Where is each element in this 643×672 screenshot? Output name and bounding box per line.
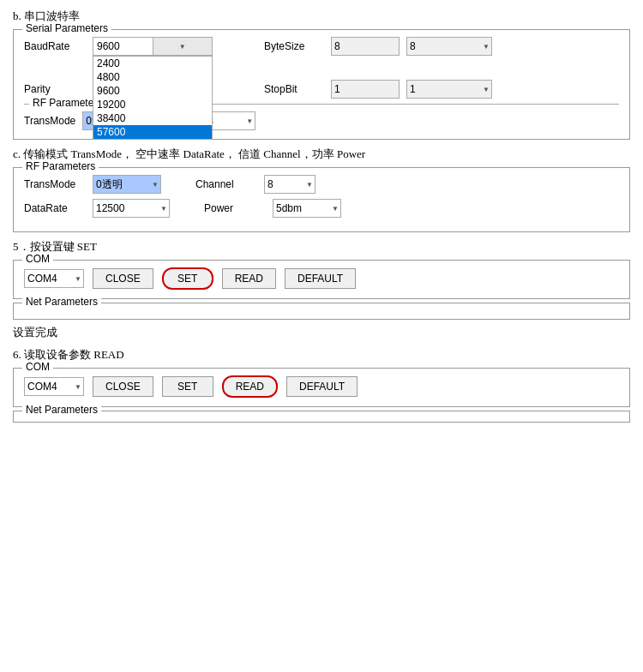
- transmode-label: TransMode: [24, 178, 93, 190]
- datarate-select[interactable]: 12500: [93, 199, 170, 218]
- channel-select[interactable]: 8: [264, 175, 315, 194]
- channel-dropdown[interactable]: 8: [264, 175, 315, 194]
- com-group-5: COM COM4 CLOSE SET READ DEFAULT: [13, 260, 630, 299]
- baud-options-list: 2400 4800 9600 19200 38400 57600: [93, 56, 213, 140]
- com-group-5-title: COM: [22, 253, 53, 265]
- baud-option-9600[interactable]: 9600: [93, 84, 212, 98]
- stop-bit-dropdown[interactable]: 1: [406, 80, 492, 99]
- transmode-dropdown[interactable]: 0透明: [93, 175, 161, 194]
- baud-option-57600[interactable]: 57600: [93, 125, 212, 139]
- datarate-row: DataRate 12500 Power 5dbm: [24, 199, 619, 218]
- com-select-6[interactable]: COM4: [24, 377, 84, 396]
- set-button-6[interactable]: SET: [162, 376, 213, 397]
- transmode-row: TransMode 0透明 Channel 8: [24, 175, 619, 194]
- close-button-5[interactable]: CLOSE: [93, 268, 153, 289]
- datarate-dropdown[interactable]: 12500: [93, 199, 170, 218]
- serial-params-title: Serial Parameters: [22, 22, 111, 34]
- byte-size-dropdown[interactable]: 8: [406, 37, 492, 56]
- com-dropdown-6[interactable]: COM4: [24, 377, 84, 396]
- byte-size-field: ByteSize 8: [264, 37, 492, 56]
- stop-bit-label: StopBit: [264, 83, 324, 95]
- stop-bit-field: StopBit 1: [264, 80, 492, 99]
- set-button-5[interactable]: SET: [162, 267, 213, 290]
- baud-option-2400[interactable]: 2400: [93, 57, 212, 70]
- power-select[interactable]: 5dbm: [273, 199, 341, 218]
- close-button-6[interactable]: CLOSE: [93, 376, 153, 397]
- transmode-select[interactable]: 0透明: [93, 175, 161, 194]
- com-group-6-title: COM: [22, 361, 53, 373]
- section-c-label: c. 传输模式 TransMode， 空中速率 DataRate， 信道 Cha…: [13, 147, 630, 162]
- byte-size-value: [331, 37, 400, 56]
- stop-bit-select[interactable]: 1: [406, 80, 492, 99]
- com-dropdown-5[interactable]: COM4: [24, 269, 84, 288]
- stop-bit-value: [331, 80, 400, 99]
- transmode-partial-label: TransMode: [24, 115, 75, 127]
- rf-params-title: RF Parameters: [22, 160, 99, 172]
- baud-rate-label: BaudRate: [24, 40, 93, 52]
- baud-dropdown-container: 9600 ▼ 2400 4800 9600 19200 38400 57600: [93, 37, 213, 56]
- read-button-6[interactable]: READ: [222, 375, 278, 398]
- section-5-label: 5．按设置键 SET: [13, 239, 630, 255]
- net-params-5-title: Net Parameters: [22, 296, 101, 308]
- net-params-box-5: Net Parameters: [13, 303, 630, 320]
- read-button-5[interactable]: READ: [222, 268, 276, 289]
- com-row-5: COM4 CLOSE SET READ DEFAULT: [24, 267, 619, 290]
- serial-parameters-box: Serial Parameters BaudRate 9600 ▼ 2400 4…: [13, 29, 630, 140]
- default-button-5[interactable]: DEFAULT: [285, 268, 356, 289]
- com-select-5[interactable]: COM4: [24, 269, 84, 288]
- datarate-label: DataRate: [24, 202, 93, 214]
- baud-dropdown-arrow[interactable]: ▼: [153, 38, 213, 55]
- baud-current-value: 9600: [93, 40, 153, 52]
- byte-size-label: ByteSize: [264, 40, 324, 52]
- section-6-label: 6. 读取设备参数 READ: [13, 347, 630, 363]
- baud-option-38400[interactable]: 38400: [93, 111, 212, 125]
- baud-option-19200[interactable]: 19200: [93, 98, 212, 111]
- baud-input-display[interactable]: 9600 ▼: [93, 37, 213, 56]
- net-params-box-6: Net Parameters: [13, 411, 630, 423]
- baud-option-4800[interactable]: 4800: [93, 70, 212, 84]
- baud-row: BaudRate 9600 ▼ 2400 4800 9600 19200 384…: [24, 37, 619, 56]
- channel-label: Channel: [195, 178, 264, 190]
- com-row-6: COM4 CLOSE SET READ DEFAULT: [24, 375, 619, 398]
- power-label: Power: [204, 202, 273, 214]
- com-group-6: COM COM4 CLOSE SET READ DEFAULT: [13, 368, 630, 407]
- default-button-6[interactable]: DEFAULT: [286, 376, 358, 397]
- byte-size-select[interactable]: 8: [406, 37, 492, 56]
- parity-label: Parity: [24, 83, 93, 95]
- setup-complete-label: 设置完成: [13, 325, 630, 340]
- rf-parameters-box: RF Parameters TransMode 0透明 Channel 8 Da…: [13, 167, 630, 232]
- power-dropdown[interactable]: 5dbm: [273, 199, 341, 218]
- net-params-6-title: Net Parameters: [22, 404, 101, 416]
